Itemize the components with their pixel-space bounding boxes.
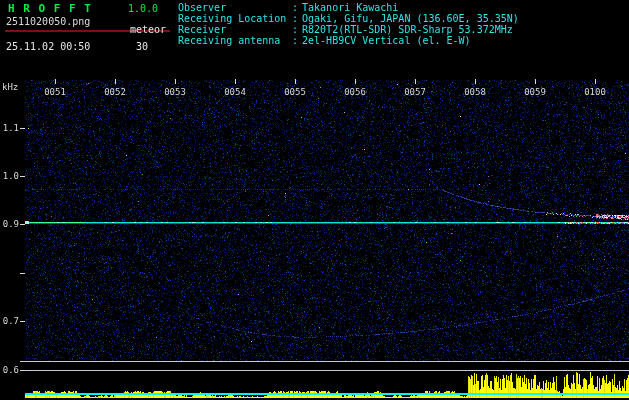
count-value: 30 [136, 41, 148, 52]
header: H R O F F T 1.0.0 2511020050.png meteor … [0, 0, 629, 78]
app-version: 1.0.0 [128, 3, 158, 14]
hrofft-window: H R O F F T 1.0.0 2511020050.png meteor … [0, 0, 629, 400]
info-colon: : [292, 24, 302, 35]
station-info: Observer:Takanori Kawachi Receiving Loca… [178, 2, 519, 46]
info-label: Observer [178, 2, 292, 13]
output-filename: 2511020050.png [6, 16, 90, 27]
info-value: R820T2(RTL-SDR) SDR-Sharp 53.372MHz [302, 24, 513, 35]
info-row-receiver: Receiver:R820T2(RTL-SDR) SDR-Sharp 53.37… [178, 24, 519, 35]
timestamp: 25.11.02 00:50 [6, 41, 90, 52]
info-row-observer: Observer:Takanori Kawachi [178, 2, 519, 13]
mode-label: meteor [130, 24, 166, 35]
info-colon: : [292, 35, 302, 46]
info-row-antenna: Receiving antenna:2el-HB9CV Vertical (el… [178, 35, 519, 46]
app-title: H R O F F T [8, 2, 92, 15]
info-colon: : [292, 2, 302, 13]
info-value: Takanori Kawachi [302, 2, 398, 13]
info-colon: : [292, 13, 302, 24]
info-row-location: Receiving Location:Ogaki, Gifu, JAPAN (1… [178, 13, 519, 24]
info-label: Receiving antenna [178, 35, 292, 46]
info-label: Receiving Location [178, 13, 292, 24]
info-value: Ogaki, Gifu, JAPAN (136.60E, 35.35N) [302, 13, 519, 24]
info-label: Receiver [178, 24, 292, 35]
info-value: 2el-HB9CV Vertical (el. E-W) [302, 35, 471, 46]
